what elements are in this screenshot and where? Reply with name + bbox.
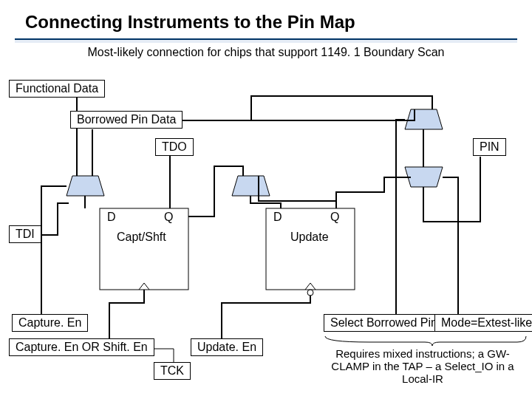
tck-label: TCK — [154, 362, 191, 380]
capture-or-shift-label: Capture. En OR Shift. En — [9, 338, 154, 356]
svg-marker-2 — [232, 176, 270, 196]
svg-marker-0 — [66, 176, 104, 196]
ff2-name: Update — [290, 231, 329, 244]
tdi-label: TDI — [9, 225, 41, 243]
capture-en-label: Capture. En — [12, 314, 88, 332]
borrowed-pin-data-label: Borrowed Pin Data — [70, 111, 183, 129]
pin-label: PIN — [473, 138, 506, 156]
ff1-name: Capt/Shft — [117, 231, 166, 244]
ff1-q: Q — [164, 211, 173, 224]
footnote: Requires mixed instructions; a GW-CLAMP … — [319, 347, 526, 385]
ff2-q: Q — [330, 211, 339, 224]
select-borrowed-label: Select Borrowed Pin — [324, 314, 444, 332]
functional-data-label: Functional Data — [9, 80, 105, 98]
svg-point-7 — [307, 290, 313, 296]
mode-label: Mode=Extest-like — [434, 314, 532, 332]
update-en-label: Update. En — [191, 338, 263, 356]
ff1-d: D — [107, 211, 116, 224]
ff2-d: D — [273, 211, 282, 224]
tdo-label: TDO — [155, 138, 194, 156]
svg-marker-3 — [405, 109, 443, 129]
